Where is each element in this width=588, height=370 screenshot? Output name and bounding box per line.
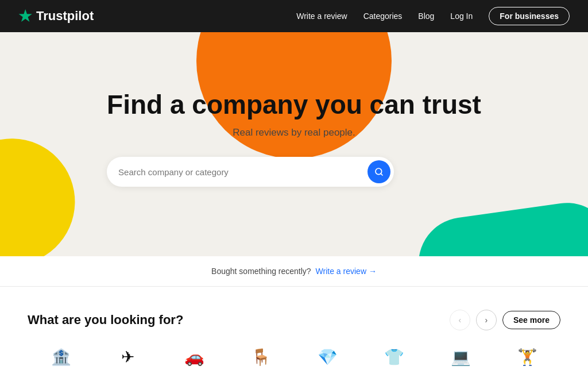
svg-line-1	[381, 174, 382, 175]
electronics-icon: 💻	[451, 346, 471, 367]
chevron-left-icon: ‹	[459, 315, 462, 325]
cta-bar: Bought something recently? Write a revie…	[0, 256, 588, 287]
category-item-furniture-store[interactable]: 🪑 Furniture Store	[227, 346, 294, 370]
nav-categories[interactable]: Categories	[363, 11, 403, 21]
furniture-store-icon: 🪑	[251, 346, 271, 367]
for-businesses-button[interactable]: For businesses	[489, 7, 570, 25]
categories-title: What are you looking for?	[28, 313, 183, 327]
category-item-car-dealer[interactable]: 🚗 Car Dealer	[161, 346, 227, 370]
bank-icon: 🏦	[51, 346, 71, 367]
categories-section: What are you looking for? ‹ › See more 🏦…	[0, 287, 588, 370]
prev-arrow-button[interactable]: ‹	[450, 310, 470, 330]
logo[interactable]: ★ Trustpilot	[18, 7, 94, 25]
categories-grid: 🏦 Bank ✈ Travel Insurance Company 🚗 Car …	[28, 346, 560, 370]
category-item-travel-insurance[interactable]: ✈ Travel Insurance Company	[94, 346, 161, 370]
search-button[interactable]	[368, 160, 390, 183]
search-input[interactable]	[118, 167, 368, 177]
category-item-clothing-store[interactable]: 👕 Clothing Store	[361, 346, 427, 370]
categories-header: What are you looking for? ‹ › See more	[28, 310, 560, 330]
nav-write-review[interactable]: Write a review	[296, 11, 347, 21]
hero-section: Find a company you can trust Real review…	[0, 32, 588, 256]
next-arrow-button[interactable]: ›	[476, 310, 497, 330]
nav-login[interactable]: Log In	[450, 11, 473, 21]
logo-text: Trustpilot	[36, 9, 94, 24]
nav-links: Write a review Categories Blog Log In Fo…	[296, 7, 570, 25]
green-shape	[413, 197, 588, 256]
category-item-jewelry-store[interactable]: 💎 Jewelry Store	[294, 346, 361, 370]
fitness-icon: 🏋	[517, 346, 537, 367]
navbar: ★ Trustpilot Write a review Categories B…	[0, 0, 588, 32]
clothing-store-icon: 👕	[384, 346, 404, 367]
chevron-right-icon: ›	[485, 315, 488, 325]
categories-nav: ‹ › See more	[450, 310, 560, 330]
hero-content: Find a company you can trust Real review…	[107, 90, 481, 187]
category-item-bank[interactable]: 🏦 Bank	[28, 346, 94, 370]
cta-link[interactable]: Write a review →	[316, 267, 377, 276]
cta-text: Bought something recently?	[211, 267, 311, 276]
category-item-fitness[interactable]: 🏋 Fitness and Nutrition Service	[494, 346, 560, 370]
jewelry-store-icon: 💎	[318, 346, 338, 367]
yellow-shape	[0, 129, 85, 256]
trustpilot-star-icon: ★	[18, 7, 32, 25]
car-dealer-icon: 🚗	[184, 346, 204, 367]
travel-insurance-icon: ✈	[121, 346, 134, 367]
search-bar	[107, 157, 394, 187]
hero-subtitle: Real reviews by real people.	[107, 127, 481, 138]
category-item-electronics[interactable]: 💻 Electronics & Technology	[427, 346, 494, 370]
nav-blog[interactable]: Blog	[418, 11, 434, 21]
hero-title: Find a company you can trust	[107, 90, 481, 120]
see-more-button[interactable]: See more	[502, 311, 560, 329]
search-icon	[374, 167, 384, 176]
